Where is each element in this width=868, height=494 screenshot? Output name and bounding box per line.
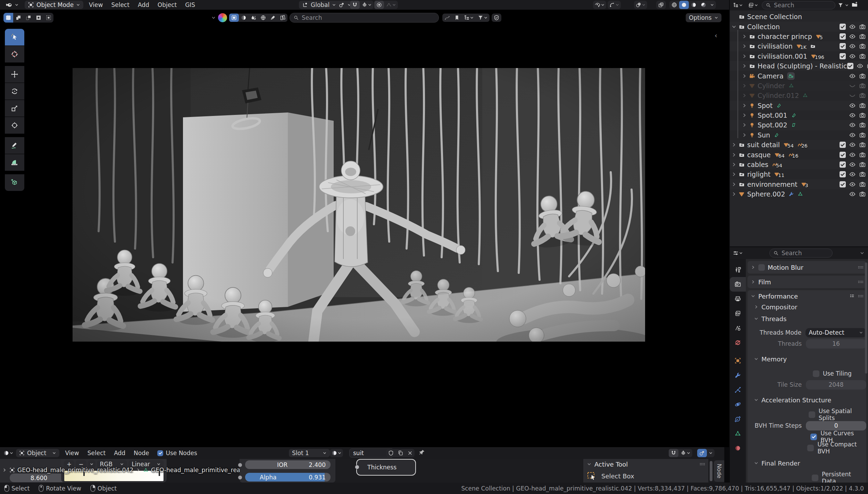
disable-render-camera-icon[interactable] bbox=[859, 92, 866, 99]
tab-material[interactable] bbox=[730, 441, 746, 455]
tool-add-cube[interactable] bbox=[5, 174, 24, 191]
disable-render-camera-icon[interactable] bbox=[859, 191, 866, 198]
node-snap-target-dropdown[interactable] bbox=[678, 449, 692, 457]
disable-render-camera-icon[interactable] bbox=[859, 73, 866, 79]
hide-viewport-eye-icon[interactable] bbox=[849, 161, 856, 168]
editor-type-dropdown[interactable] bbox=[2, 449, 15, 457]
bookmark-button[interactable] bbox=[452, 14, 462, 22]
exclude-checkbox[interactable] bbox=[840, 43, 846, 49]
select-mode-subtract[interactable] bbox=[24, 13, 33, 23]
gizmos-dropdown[interactable] bbox=[608, 1, 621, 9]
hide-viewport-eye-icon[interactable] bbox=[849, 181, 856, 188]
ior-slider[interactable]: IOR 2.400 bbox=[245, 460, 331, 469]
disable-render-camera-icon[interactable] bbox=[859, 112, 866, 119]
tab-particles[interactable] bbox=[730, 383, 746, 397]
shader-menu-view[interactable]: View bbox=[61, 448, 83, 458]
shading-dropdown[interactable] bbox=[708, 1, 716, 9]
hidden-eye-icon[interactable] bbox=[849, 82, 856, 89]
tool-rotate[interactable] bbox=[5, 83, 24, 100]
topbar-menu-select[interactable]: Select bbox=[107, 0, 133, 10]
panel-performance[interactable]: Performance Compositor Threads Threads M… bbox=[748, 290, 866, 483]
tab-scene[interactable] bbox=[730, 321, 746, 335]
copy-material-button[interactable] bbox=[396, 449, 406, 457]
hide-viewport-eye-icon[interactable] bbox=[849, 73, 856, 79]
outliner-row-civilisation-001[interactable]: civilisation.001196 bbox=[730, 51, 868, 61]
disable-render-camera-icon[interactable] bbox=[859, 181, 866, 188]
shader-type-dropdown[interactable]: Object bbox=[16, 449, 59, 457]
shader-menu-select[interactable]: Select bbox=[83, 448, 110, 458]
filter-brush-toggle[interactable] bbox=[268, 14, 278, 22]
select-mode-set[interactable] bbox=[3, 13, 13, 23]
expand-right-icon[interactable] bbox=[742, 43, 747, 49]
panel-film[interactable]: Film bbox=[748, 276, 866, 288]
disable-render-camera-icon[interactable] bbox=[859, 33, 866, 40]
topbar-menu-gis[interactable]: GIS bbox=[181, 0, 199, 10]
new-collection-button[interactable] bbox=[851, 1, 858, 9]
properties-search-input[interactable]: Search bbox=[769, 249, 833, 258]
sidebar-toggle-arrow[interactable]: ‹ bbox=[715, 31, 717, 40]
expand-right-icon[interactable] bbox=[731, 142, 737, 148]
expand-right-icon[interactable] bbox=[742, 132, 747, 138]
motion-blur-checkbox[interactable] bbox=[758, 264, 765, 271]
mode-dropdown[interactable]: Object Mode bbox=[25, 1, 83, 9]
hide-viewport-eye-icon[interactable] bbox=[849, 141, 856, 148]
section-compositor[interactable]: Compositor bbox=[748, 302, 866, 312]
tab-render[interactable] bbox=[730, 277, 746, 292]
sidebar-tab-node[interactable]: Node bbox=[714, 460, 724, 482]
use-compact-bvh-checkbox[interactable] bbox=[807, 445, 814, 451]
hide-viewport-eye-icon[interactable] bbox=[849, 171, 856, 178]
viewport-search-input[interactable]: Search bbox=[290, 13, 439, 23]
tab-data[interactable] bbox=[730, 426, 746, 441]
tab-physics[interactable] bbox=[730, 397, 746, 412]
outliner-search-input[interactable]: Search bbox=[762, 1, 835, 9]
shader-menu-add[interactable]: Add bbox=[110, 448, 130, 458]
section-final-render[interactable]: Final Render bbox=[748, 458, 866, 468]
exclude-checkbox[interactable] bbox=[840, 33, 846, 40]
disable-render-camera-icon[interactable] bbox=[867, 62, 868, 69]
shield-check-button[interactable] bbox=[492, 14, 501, 22]
expand-right-icon[interactable] bbox=[731, 191, 737, 197]
filter-liquid-toggle[interactable] bbox=[249, 14, 258, 22]
topbar-menu-add[interactable]: Add bbox=[134, 0, 153, 10]
outliner-row-spot-001[interactable]: Spot.001 bbox=[730, 110, 868, 120]
editor-type-dropdown[interactable] bbox=[731, 249, 744, 257]
expand-right-icon[interactable] bbox=[731, 162, 737, 167]
outliner-row-spot-002[interactable]: Spot.002 bbox=[730, 120, 868, 130]
disable-render-camera-icon[interactable] bbox=[859, 141, 866, 148]
exclude-checkbox[interactable] bbox=[840, 161, 846, 168]
expand-right-icon[interactable] bbox=[742, 112, 747, 118]
outliner-row-casque[interactable]: casque6416 bbox=[730, 150, 868, 159]
exclude-checkbox[interactable] bbox=[840, 152, 846, 158]
preset-icon[interactable] bbox=[849, 293, 855, 299]
expand-right-icon[interactable] bbox=[742, 103, 747, 108]
overlays-dropdown[interactable] bbox=[634, 1, 647, 9]
node-canvas[interactable]: 8.600 + − RGB Linear GEO-head_ bbox=[0, 459, 724, 483]
tab-output[interactable] bbox=[730, 292, 746, 306]
topbar-menu-object[interactable]: Object bbox=[153, 0, 181, 10]
outliner-row-sphere-002[interactable]: Sphere.002 bbox=[730, 189, 868, 199]
bvh-time-steps-field[interactable]: 0 bbox=[806, 421, 866, 430]
outliner-row-collection[interactable]: Collection bbox=[730, 22, 868, 31]
tool-scale[interactable] bbox=[5, 100, 24, 117]
disable-render-camera-icon[interactable] bbox=[859, 171, 866, 178]
input-socket[interactable] bbox=[238, 463, 242, 467]
tool-tweak-select[interactable] bbox=[5, 29, 24, 45]
topbar-menu-view[interactable]: View bbox=[85, 0, 107, 10]
expand-right-icon[interactable] bbox=[742, 34, 747, 39]
threads-count-field[interactable]: 16 bbox=[806, 339, 866, 349]
hide-viewport-eye-icon[interactable] bbox=[849, 112, 856, 119]
options-dropdown[interactable]: Options bbox=[686, 13, 721, 22]
shading-wireframe-button[interactable] bbox=[669, 1, 679, 9]
pin-button[interactable] bbox=[418, 449, 425, 457]
disable-render-camera-icon[interactable] bbox=[859, 82, 866, 89]
viewport-3d[interactable]: Search Options bbox=[0, 10, 729, 447]
unlink-material-button[interactable] bbox=[406, 449, 415, 457]
disable-render-camera-icon[interactable] bbox=[859, 43, 866, 50]
proportional-falloff-dropdown[interactable] bbox=[384, 1, 398, 9]
expand-right-icon[interactable] bbox=[742, 53, 747, 59]
node-panel-scrollbar[interactable] bbox=[710, 461, 712, 481]
input-socket[interactable] bbox=[238, 475, 242, 480]
hide-viewport-eye-icon[interactable] bbox=[849, 43, 856, 50]
expand-right-icon[interactable] bbox=[731, 182, 737, 187]
curve-filter-button[interactable] bbox=[442, 14, 452, 22]
